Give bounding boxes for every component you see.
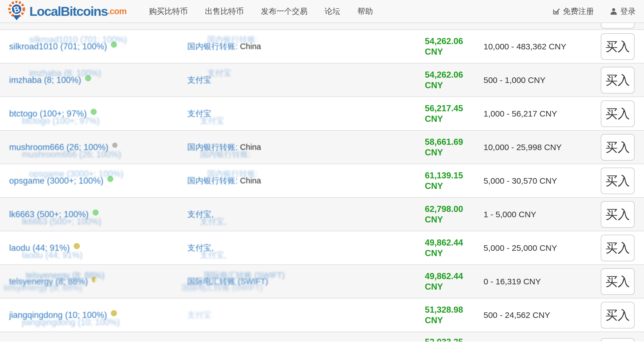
nav-post-trade[interactable]: 发布一个交易 xyxy=(252,6,316,17)
login-link[interactable]: 登录 xyxy=(610,6,636,17)
offer-price-fragment: 52,033.25 xyxy=(425,337,463,342)
payment-method-link[interactable]: 支付宝, xyxy=(187,243,214,252)
nav-sell-bitcoins[interactable]: 出售比特币 xyxy=(196,6,252,17)
person-icon xyxy=(610,7,617,15)
username-link[interactable]: lk6663 (500+; 100%) xyxy=(9,209,89,219)
payment-method-link[interactable]: 国内银行转账: xyxy=(187,143,238,151)
table-row: mushroom666 (26; 100%) 国内银行转账: China 58,… xyxy=(0,131,644,164)
payment-method-link[interactable]: 国际电汇转账 (SWIFT) xyxy=(187,277,268,286)
payment-method-link[interactable]: 支付宝 xyxy=(187,75,211,84)
payment-method-link[interactable]: 支付宝, xyxy=(187,210,214,219)
online-status-dot xyxy=(92,277,98,283)
localbitcoins-logo[interactable]: B LocalBitcoins.com xyxy=(8,0,127,23)
online-status-dot xyxy=(74,243,80,249)
bitcoin-map-pin-icon: B xyxy=(8,1,25,23)
online-status-dot xyxy=(111,310,117,316)
offer-limits: 10,000 - 25,998 CNY xyxy=(484,143,562,152)
nav-help[interactable]: 帮助 xyxy=(349,6,382,17)
offer-price: 49,862.44CNY xyxy=(425,237,483,259)
table-row: imzhaba (8; 100%) 支付宝 54,262.06CNY 500 -… xyxy=(0,64,644,97)
offer-price: 56,217.45CNY xyxy=(425,103,483,124)
offer-price: 54,262.06CNY xyxy=(425,70,483,91)
table-row: telsyenergy (8; 88%) 国际电汇转账 (SWIFT) 49,8… xyxy=(0,265,644,299)
payment-method: 支付宝, xyxy=(187,209,214,220)
payment-method: 国内银行转账: China xyxy=(187,41,261,52)
account-nav: 免费注册 登录 xyxy=(536,6,644,17)
table-row: lk6663 (500+; 100%) 支付宝, 62,798.00CNY 1 … xyxy=(0,198,644,231)
buy-button[interactable]: 买入 xyxy=(601,23,635,29)
main-nav: 购买比特币 出售比特币 发布一个交易 论坛 帮助 xyxy=(140,6,382,17)
payment-location: China xyxy=(238,176,261,185)
buy-button[interactable]: 买入 xyxy=(601,235,635,261)
table-row: silkroad1010 (701; 100%) 国内银行转账: China 5… xyxy=(0,30,644,64)
username-link[interactable]: opsgame (3000+; 100%) xyxy=(9,176,103,186)
brand-name: LocalBitcoins xyxy=(29,4,108,19)
username-link[interactable]: imzhaba (8; 100%) xyxy=(9,75,81,85)
buy-button[interactable]: 买入 xyxy=(601,302,635,328)
register-link[interactable]: 免费注册 xyxy=(552,6,594,17)
payment-method: 支付宝 xyxy=(187,310,211,321)
username-link[interactable]: btctogo (100+; 97%) xyxy=(9,109,87,119)
offer-price: 51,328.98CNY xyxy=(425,305,483,326)
table-row-partial-bottom: 52,033.25 买入 xyxy=(0,332,644,342)
table-row-partial-top: CNY 买入 xyxy=(0,23,644,30)
buy-offers-table: CNY 买入 silkroad1010 (701; 100%) 国内银行转账: … xyxy=(0,23,644,342)
offer-limits: 1,000 - 56,217 CNY xyxy=(484,109,557,118)
buy-button[interactable]: 买入 xyxy=(601,201,635,228)
buy-button[interactable]: 买入 xyxy=(601,168,635,194)
online-status-dot xyxy=(107,176,113,182)
online-status-dot xyxy=(91,109,97,115)
username-link[interactable]: telsyenergy (8; 88%) xyxy=(9,277,88,287)
payment-method-link[interactable]: 国内银行转账: xyxy=(187,42,238,51)
payment-location: China xyxy=(238,143,261,151)
payment-method: 国内银行转账: China xyxy=(187,175,261,186)
offer-limits: 500 - 24,562 CNY xyxy=(484,310,550,320)
offer-limits: 1 - 5,000 CNY xyxy=(484,210,536,219)
payment-method: 支付宝 xyxy=(187,75,211,86)
username-link[interactable]: laodu (44; 91%) xyxy=(9,243,70,253)
offer-price: 58,661.69CNY xyxy=(425,137,483,158)
table-row: opsgame (3000+; 100%) 国内银行转账: China 61,1… xyxy=(0,164,644,198)
buy-button[interactable]: 买入 xyxy=(601,100,635,127)
buy-button[interactable]: 买入 xyxy=(601,268,635,295)
buy-button[interactable]: 买入 xyxy=(601,33,635,60)
offer-limits: 5,000 - 25,000 CNY xyxy=(484,243,557,253)
buy-button[interactable]: 买入 xyxy=(601,338,635,342)
offer-price-fragment: CNY xyxy=(416,23,434,25)
table-row: jiangqingdong (10; 100%) 支付宝 51,328.98CN… xyxy=(0,299,644,332)
payment-method: 国内银行转账: China xyxy=(187,142,261,153)
payment-method: 支付宝 xyxy=(187,108,211,119)
nav-buy-bitcoins[interactable]: 购买比特币 xyxy=(140,6,196,17)
nav-forum[interactable]: 论坛 xyxy=(316,6,349,17)
payment-method: 支付宝, xyxy=(187,242,214,254)
online-status-dot xyxy=(112,143,117,148)
buy-button[interactable]: 买入 xyxy=(601,134,635,161)
table-row: btctogo (100+; 97%) 支付宝 56,217.45CNY 1,0… xyxy=(0,97,644,131)
online-status-dot xyxy=(111,42,117,48)
payment-method-link[interactable]: 支付宝 xyxy=(187,310,211,319)
payment-method: 国际电汇转账 (SWIFT) xyxy=(187,276,268,287)
online-status-dot xyxy=(85,75,91,81)
buy-button[interactable]: 买入 xyxy=(601,67,635,93)
offer-limits: 10,000 - 483,362 CNY xyxy=(484,42,566,51)
top-navbar: B LocalBitcoins.com 购买比特币 出售比特币 发布一个交易 论… xyxy=(0,0,644,23)
payment-location: China xyxy=(238,42,261,51)
login-label: 登录 xyxy=(620,6,636,17)
online-status-dot xyxy=(93,209,99,216)
table-row: laodu (44; 91%) 支付宝, 49,862.44CNY 5,000 … xyxy=(0,231,644,265)
payment-method-link[interactable]: 国内银行转账: xyxy=(187,176,238,185)
brand-tld: .com xyxy=(108,6,126,16)
offer-price: 62,798.00CNY xyxy=(425,204,483,225)
offer-price: 61,139.15CNY xyxy=(425,170,483,191)
offer-limits: 0 - 16,319 CNY xyxy=(484,277,541,286)
username-link[interactable]: mushroom666 (26; 100%) xyxy=(9,142,108,152)
register-label: 免费注册 xyxy=(563,6,594,17)
offer-price: 54,262.06CNY xyxy=(425,36,483,57)
payment-method-link[interactable]: 支付宝 xyxy=(187,109,211,118)
offer-limits: 500 - 1,000 CNY xyxy=(484,75,545,85)
username-link[interactable]: jiangqingdong (10; 100%) xyxy=(9,310,107,320)
offer-limits: 5,000 - 30,570 CNY xyxy=(484,176,557,186)
check-square-icon xyxy=(552,7,560,15)
offer-price: 49,862.44CNY xyxy=(425,271,483,292)
username-link[interactable]: silkroad1010 (701; 100%) xyxy=(9,42,107,52)
